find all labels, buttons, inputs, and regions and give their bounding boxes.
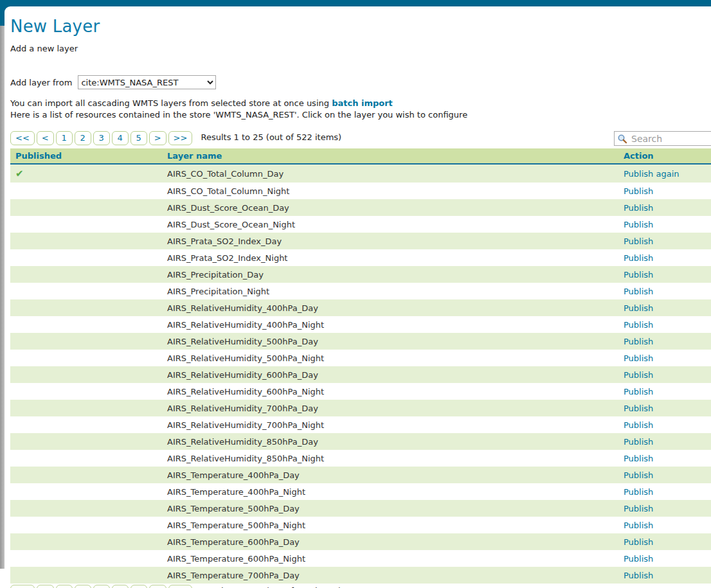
published-cell xyxy=(10,183,162,199)
publish-link[interactable]: Publish xyxy=(624,504,653,513)
published-cell xyxy=(10,550,162,567)
publish-link[interactable]: Publish xyxy=(624,537,653,547)
action-cell: Publish xyxy=(618,183,711,199)
search-input[interactable] xyxy=(630,132,711,145)
first-page-button[interactable]: << xyxy=(10,585,35,588)
publish-link[interactable]: Publish xyxy=(624,420,653,430)
first-page-button[interactable]: << xyxy=(10,131,35,145)
search-box xyxy=(614,131,711,146)
prev-page-button[interactable]: < xyxy=(37,585,54,588)
table-row: AIRS_RelativeHumidity_400hPa_DayPublish xyxy=(10,299,711,316)
layer-name-cell: AIRS_Temperature_500hPa_Night xyxy=(162,517,618,533)
layers-table: Published Layer name Action ✔AIRS_CO_Tot… xyxy=(10,148,711,584)
publish-link[interactable]: Publish xyxy=(624,454,653,463)
layer-name-cell: AIRS_Prata_SO2_Index_Day xyxy=(162,233,618,249)
action-cell: Publish xyxy=(618,233,711,249)
table-row: AIRS_Precipitation_NightPublish xyxy=(10,283,711,299)
layer-name-cell: AIRS_RelativeHumidity_700hPa_Night xyxy=(162,416,618,433)
layer-name-cell: AIRS_CO_Total_Column_Day xyxy=(162,164,618,183)
prev-page-button[interactable]: < xyxy=(37,131,54,145)
table-row: AIRS_Temperature_400hPa_DayPublish xyxy=(10,467,711,483)
publish-link[interactable]: Publish xyxy=(624,554,653,564)
publish-link[interactable]: Publish xyxy=(624,353,653,363)
action-cell: Publish xyxy=(618,483,711,500)
publish-link[interactable]: Publish xyxy=(624,220,653,229)
publish-link[interactable]: Publish xyxy=(624,470,653,480)
page-3-button[interactable]: 3 xyxy=(93,585,110,588)
publish-link[interactable]: Publish xyxy=(624,571,653,580)
published-cell xyxy=(10,383,162,400)
page-5-button[interactable]: 5 xyxy=(130,585,147,588)
publish-link[interactable]: Publish xyxy=(624,370,653,380)
next-page-button[interactable]: > xyxy=(149,585,166,588)
published-cell xyxy=(10,199,162,216)
page-1-button[interactable]: 1 xyxy=(56,585,73,588)
page-4-button[interactable]: 4 xyxy=(112,585,129,588)
page-3-button[interactable]: 3 xyxy=(93,131,110,145)
layer-name-cell: AIRS_Dust_Score_Ocean_Night xyxy=(162,216,618,233)
publish-link[interactable]: Publish xyxy=(624,253,653,263)
publish-link[interactable]: Publish xyxy=(624,387,653,396)
publish-link[interactable]: Publish xyxy=(624,236,653,246)
publish-link[interactable]: Publish xyxy=(624,303,653,313)
published-cell xyxy=(10,233,162,249)
table-row: AIRS_Temperature_500hPa_DayPublish xyxy=(10,500,711,517)
action-cell: Publish xyxy=(618,249,711,266)
published-cell xyxy=(10,266,162,283)
action-cell: Publish xyxy=(618,433,711,450)
layer-name-cell: AIRS_Temperature_400hPa_Day xyxy=(162,467,618,483)
bottom-pager-row: <<<12345>>> Results 1 to 25 (out of 522 … xyxy=(10,585,711,588)
publish-link[interactable]: Publish xyxy=(624,521,653,530)
action-cell: Publish xyxy=(618,216,711,233)
page-4-button[interactable]: 4 xyxy=(112,131,129,145)
action-cell: Publish xyxy=(618,450,711,467)
publish-link[interactable]: Publish xyxy=(624,320,653,330)
publish-link[interactable]: Publish xyxy=(624,270,653,280)
action-cell: Publish xyxy=(618,199,711,216)
next-page-button[interactable]: > xyxy=(149,131,166,145)
action-cell: Publish xyxy=(618,333,711,350)
layer-name-cell: AIRS_Precipitation_Day xyxy=(162,266,618,283)
action-cell: Publish xyxy=(618,266,711,283)
publish-link[interactable]: Publish xyxy=(624,437,653,447)
page-1-button[interactable]: 1 xyxy=(56,131,73,145)
last-page-button[interactable]: >> xyxy=(168,131,193,145)
layer-name-cell: AIRS_Temperature_600hPa_Night xyxy=(162,550,618,567)
last-page-button[interactable]: >> xyxy=(168,585,193,588)
layer-name-cell: AIRS_RelativeHumidity_850hPa_Night xyxy=(162,450,618,467)
action-cell: Publish xyxy=(618,517,711,533)
layer-name-cell: AIRS_Temperature_600hPa_Day xyxy=(162,533,618,550)
published-cell xyxy=(10,500,162,517)
published-cell: ✔ xyxy=(10,164,162,183)
action-cell: Publish xyxy=(618,500,711,517)
batch-import-link[interactable]: batch import xyxy=(332,98,393,108)
publish-link[interactable]: Publish xyxy=(624,186,653,196)
action-cell: Publish xyxy=(618,567,711,584)
layer-name-cell: AIRS_RelativeHumidity_600hPa_Day xyxy=(162,366,618,383)
published-cell xyxy=(10,333,162,350)
action-cell: Publish xyxy=(618,533,711,550)
publish-link[interactable]: Publish again xyxy=(624,169,680,179)
publish-link[interactable]: Publish xyxy=(624,337,653,346)
publish-link[interactable]: Publish xyxy=(624,287,653,296)
action-cell: Publish xyxy=(618,416,711,433)
store-select[interactable]: cite:WMTS_NASA_REST xyxy=(78,75,216,89)
layer-name-cell: AIRS_Temperature_400hPa_Night xyxy=(162,483,618,500)
published-cell xyxy=(10,299,162,316)
table-row: AIRS_Temperature_600hPa_DayPublish xyxy=(10,533,711,550)
published-cell xyxy=(10,249,162,266)
page-2-button[interactable]: 2 xyxy=(75,131,91,145)
column-header-published[interactable]: Published xyxy=(10,148,162,164)
top-pager: <<<12345>>> xyxy=(10,131,194,145)
page-2-button[interactable]: 2 xyxy=(75,585,91,588)
publish-link[interactable]: Publish xyxy=(624,487,653,497)
published-cell xyxy=(10,467,162,483)
results-count: Results 1 to 25 (out of 522 items) xyxy=(201,132,342,142)
publish-link[interactable]: Publish xyxy=(624,203,653,213)
publish-link[interactable]: Publish xyxy=(624,404,653,413)
column-header-layer-name[interactable]: Layer name xyxy=(162,148,618,164)
info-text: You can import all cascading WMTS layers… xyxy=(10,98,711,121)
table-row: AIRS_RelativeHumidity_700hPa_DayPublish xyxy=(10,400,711,416)
page-5-button[interactable]: 5 xyxy=(130,131,147,145)
table-row: AIRS_CO_Total_Column_NightPublish xyxy=(10,183,711,199)
